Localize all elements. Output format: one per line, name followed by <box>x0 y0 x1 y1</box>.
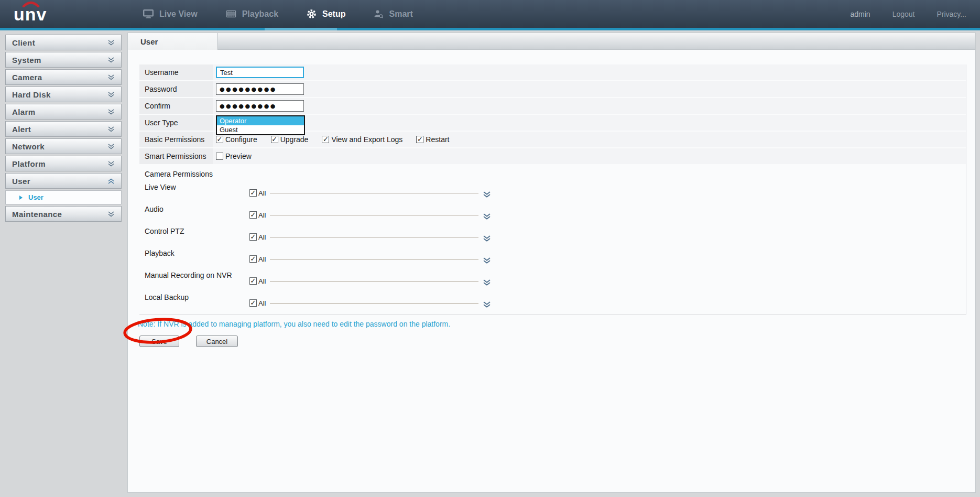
divider-line <box>270 237 478 237</box>
checkbox-restart[interactable]: ✓ Restart <box>416 135 449 144</box>
sidebar-item-platform[interactable]: Platform <box>5 156 122 171</box>
checkbox-all-label: All <box>258 255 266 263</box>
checkbox-all-label: All <box>258 299 266 307</box>
chevron-down-icon <box>107 126 115 132</box>
nav-live-view[interactable]: Live View <box>129 0 212 28</box>
checkbox-box: ✓ <box>216 136 223 143</box>
monitor-icon <box>143 9 154 18</box>
user-type-select-open[interactable]: Operator Guest <box>216 115 305 135</box>
checkbox-all[interactable]: ✓ <box>249 233 257 241</box>
sidebar-item-hard-disk[interactable]: Hard Disk <box>5 87 122 102</box>
checkmark-icon: ✓ <box>251 277 256 284</box>
user-type-label: User Type <box>139 115 213 131</box>
expand-chevron-icon[interactable] <box>483 301 491 308</box>
camera-permissions-title: Camera Permissions <box>145 168 966 180</box>
film-icon <box>226 10 236 18</box>
sidebar-subitem-user-label: User <box>28 193 43 201</box>
expand-chevron-icon[interactable] <box>483 257 491 264</box>
checkbox-view-export-logs-label: View and Export Logs <box>331 135 402 144</box>
divider-line <box>270 193 478 193</box>
sidebar-item-network[interactable]: Network <box>5 138 122 154</box>
user-type-option-guest[interactable]: Guest <box>217 125 304 134</box>
checkbox-configure-label: Configure <box>225 135 257 144</box>
sidebar-item-client[interactable]: Client <box>5 35 122 50</box>
password-masked-value: ●●●●●●●●● <box>220 86 277 93</box>
nav-playback-label: Playback <box>242 9 278 19</box>
sidebar-item-alert[interactable]: Alert <box>5 121 122 137</box>
sidebar-item-alarm[interactable]: Alarm <box>5 104 122 120</box>
row-smart-permissions: Smart Permissions Preview <box>139 148 966 164</box>
main-nav: Live View Playback Setup <box>129 0 427 28</box>
active-item-arrow-icon <box>19 196 23 200</box>
nav-smart-label: Smart <box>389 9 412 19</box>
smart-permissions-label: Smart Permissions <box>139 148 213 164</box>
checkbox-box: ✓ <box>271 136 278 143</box>
chevron-down-icon <box>107 92 115 98</box>
logout-link[interactable]: Logout <box>892 10 915 18</box>
username-label: Username <box>139 64 213 80</box>
checkmark-icon: ✓ <box>271 136 277 143</box>
expand-chevron-icon[interactable] <box>483 279 491 286</box>
checkbox-all[interactable]: ✓ <box>249 189 257 197</box>
sidebar-item-system[interactable]: System <box>5 52 122 68</box>
chevron-down-icon <box>107 74 115 80</box>
checkbox-preview[interactable]: Preview <box>216 152 252 160</box>
chevron-up-icon <box>107 178 115 184</box>
nav-setup[interactable]: Setup <box>292 0 360 28</box>
chevron-down-icon <box>107 144 115 149</box>
sidebar-item-camera[interactable]: Camera <box>5 69 122 85</box>
checkbox-all-label: All <box>258 211 266 219</box>
password-input[interactable]: ●●●●●●●●● <box>216 83 304 95</box>
divider-line <box>270 303 478 304</box>
confirm-input[interactable]: ●●●●●●●●● <box>216 100 304 112</box>
nav-smart[interactable]: Smart <box>360 0 427 28</box>
checkbox-all[interactable]: ✓ <box>249 299 257 307</box>
user-form: Username Password ●●●●●●●●● Confirm ●●●●… <box>139 64 966 347</box>
divider-line <box>270 215 478 215</box>
checkbox-configure[interactable]: ✓ Configure <box>216 135 257 144</box>
sidebar-label-client: Client <box>12 38 107 47</box>
user-form-table: Username Password ●●●●●●●●● Confirm ●●●●… <box>139 64 966 315</box>
checkmark-icon: ✓ <box>417 136 423 143</box>
chevron-down-icon <box>107 161 115 167</box>
nav-live-view-label: Live View <box>159 9 198 19</box>
sidebar-item-user-group[interactable]: User <box>5 173 122 189</box>
row-password: Password ●●●●●●●●● <box>139 81 966 97</box>
privacy-link[interactable]: Privacy... <box>937 10 966 18</box>
checkbox-all[interactable]: ✓ <box>249 277 257 285</box>
confirm-label: Confirm <box>139 98 213 114</box>
row-confirm: Confirm ●●●●●●●●● <box>139 98 966 114</box>
checkbox-restart-label: Restart <box>426 135 449 144</box>
cancel-button[interactable]: Cancel <box>196 336 238 347</box>
sidebar-label-hard-disk: Hard Disk <box>12 90 107 99</box>
nav-playback[interactable]: Playback <box>212 0 292 28</box>
row-user-type: User Type Operator Guest <box>139 115 966 131</box>
checkmark-icon: ✓ <box>251 299 256 306</box>
expand-chevron-icon[interactable] <box>483 235 491 242</box>
sidebar-label-system: System <box>12 56 107 64</box>
checkmark-icon: ✓ <box>251 255 256 262</box>
tab-user[interactable]: User <box>128 33 218 50</box>
checkbox-all[interactable]: ✓ <box>249 211 257 219</box>
nav-setup-label: Setup <box>322 9 345 19</box>
sidebar-item-maintenance[interactable]: Maintenance <box>5 206 122 222</box>
form-buttons: Save Cancel <box>139 336 966 347</box>
sidebar-label-network: Network <box>12 142 107 151</box>
topbar-right-links: admin Logout Privacy... <box>851 10 967 18</box>
checkbox-all[interactable]: ✓ <box>249 255 257 263</box>
sidebar-subitem-user[interactable]: User <box>5 190 122 204</box>
checkbox-upgrade[interactable]: ✓ Upgrade <box>271 135 309 144</box>
checkbox-view-export-logs[interactable]: ✓ View and Export Logs <box>322 135 402 144</box>
user-type-option-operator[interactable]: Operator <box>217 116 304 125</box>
camera-row-label: Audio <box>145 205 164 213</box>
platform-password-note: Note: If NVR is added to managing platfo… <box>138 320 966 328</box>
sidebar-label-user-group: User <box>12 177 107 186</box>
expand-chevron-icon[interactable] <box>483 213 491 220</box>
checkbox-box: ✓ <box>322 136 329 143</box>
camera-row-label: Manual Recording on NVR <box>145 271 232 279</box>
save-button[interactable]: Save <box>139 336 179 347</box>
username-input[interactable] <box>216 67 304 78</box>
camera-row-label: Live View <box>145 183 176 191</box>
expand-chevron-icon[interactable] <box>483 191 491 198</box>
camera-row-audio: Audio ✓ All <box>139 202 966 224</box>
